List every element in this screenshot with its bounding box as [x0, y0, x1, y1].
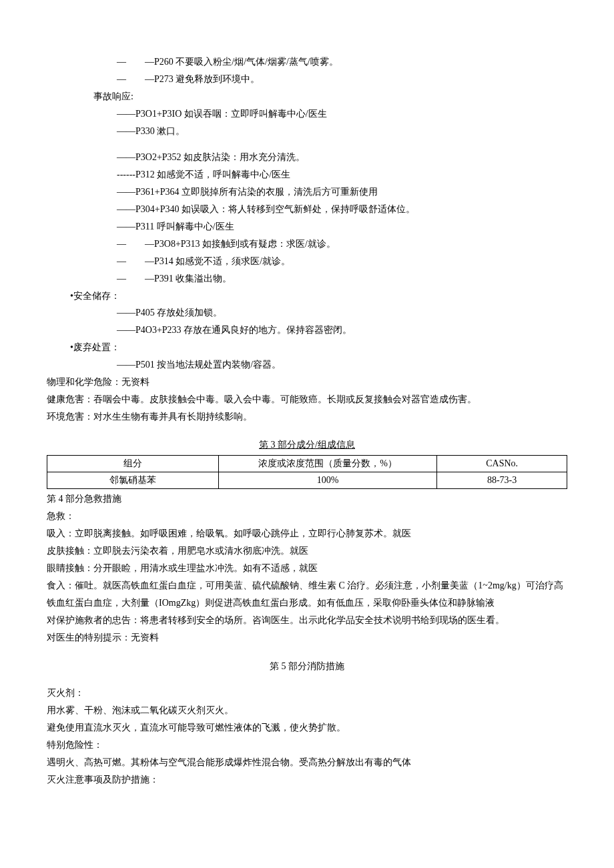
precaution-p314: — —P314 如感觉不适，须求医/就诊。	[47, 253, 567, 270]
first-aid-skin: 皮肤接触：立即脱去污染衣着，用肥皂水或清水彻底冲洗。就医	[47, 542, 567, 560]
first-aid-doctor: 对医生的特别提示：无资料	[47, 629, 567, 646]
table-cell-cas: 88-73-3	[437, 472, 567, 488]
precaution-p311: ——P311 呼叫解毒中心/医生	[47, 218, 567, 236]
precaution-p391: — —P391 收集溢出物。	[47, 270, 567, 288]
precaution-p501: ——P501 按当地法规处置内装物/容器。	[47, 356, 567, 374]
composition-table: 组分 浓度或浓度范围（质量分数，%） CASNo. 邻氯硝基苯 100% 88-…	[47, 455, 567, 490]
precaution-p403-p233: ——P4O3+P233 存放在通风良好的地方。保持容器密闭。	[47, 322, 567, 339]
disposal-heading: •废弃处置：	[47, 339, 567, 356]
accident-response-heading: 事故响应:	[47, 88, 567, 105]
first-aid-rescuer: 对保护施救者的忠告：将患者转移到安全的场所。咨询医生。出示此化学品安全技术说明书…	[47, 612, 567, 629]
precaution-p330: ——P330 漱口。	[47, 123, 567, 140]
environment-hazard: 环境危害：对水生生物有毒并具有长期持续影响。	[47, 408, 567, 426]
first-aid-ingestion: 食入：催吐。就医高铁血红蛋白血症，可用美蓝、硫代硫酸钠、维生素 C 治疗。必须注…	[47, 577, 567, 612]
section-5-title: 第 5 部分消防措施	[47, 658, 567, 675]
special-hazard-heading: 特别危险性：	[47, 737, 567, 754]
precaution-p273: — —P273 避免释放到环境中。	[47, 71, 567, 88]
precaution-p308-p313: — —P3O8+P313 如接触到或有疑虑：求医/就诊。	[47, 236, 567, 253]
table-header-concentration: 浓度或浓度范围（质量分数，%）	[219, 455, 437, 472]
extinguisher-heading: 灭火剂：	[47, 685, 567, 702]
table-cell-component: 邻氯硝基苯	[47, 472, 219, 488]
precaution-p301-p310: ——P3O1+P3IO 如误吞咽：立即呼叫解毒中心/医生	[47, 105, 567, 123]
table-header-cas: CASNo.	[437, 455, 567, 472]
precaution-p260: — —P260 不要吸入粉尘/烟/气体/烟雾/蒸气/喷雾。	[47, 53, 567, 71]
precaution-p302-p352: ——P3O2+P352 如皮肤沾染：用水充分清洗。	[47, 149, 567, 166]
first-aid-heading: 急救：	[47, 508, 567, 525]
table-row: 邻氯硝基苯 100% 88-73-3	[47, 472, 567, 488]
precaution-p312: ------P312 如感觉不适，呼叫解毒中心/医生	[47, 166, 567, 183]
health-hazard: 健康危害：吞咽会中毒。皮肤接触会中毒。吸入会中毒。可能致癌。长期或反复接触会对器…	[47, 391, 567, 408]
table-row: 组分 浓度或浓度范围（质量分数，%） CASNo.	[47, 455, 567, 472]
precaution-p361-p364: ——P361+P364 立即脱掉所有沾染的衣服，清洗后方可重新使用	[47, 183, 567, 201]
first-aid-eye: 眼睛接触：分开眼睑，用清水或生理盐水冲洗。如有不适感，就医	[47, 560, 567, 577]
precaution-p304-p340: ——P304+P340 如误吸入：将人转移到空气新鲜处，保持呼吸舒适体位。	[47, 201, 567, 218]
first-aid-inhalation: 吸入：立即脱离接触。如呼吸困难，给吸氧。如呼吸心跳停止，立即行心肺复苏术。就医	[47, 525, 567, 542]
section-4-title: 第 4 部分急救措施	[47, 490, 567, 508]
fire-precaution-heading: 灭火注意事项及防护措施：	[47, 771, 567, 789]
table-header-component: 组分	[47, 455, 219, 472]
physical-chemical-hazard: 物理和化学危险：无资料	[47, 374, 567, 391]
section-3-title: 第 3 部分成分/组成信息	[47, 436, 567, 454]
extinguisher-use: 用水雾、干粉、泡沫或二氧化碳灭火剂灭火。	[47, 702, 567, 719]
precaution-p405: ——P405 存放处须加锁。	[47, 304, 567, 322]
extinguisher-avoid: 避免使用直流水灭火，直流水可能导致可燃性液体的飞溅，使火势扩散。	[47, 719, 567, 737]
storage-heading: •安全储存：	[47, 288, 567, 305]
table-cell-concentration: 100%	[219, 472, 437, 488]
special-hazard-text: 遇明火、高热可燃。其粉体与空气混合能形成爆炸性混合物。受高热分解放出有毒的气体	[47, 754, 567, 771]
